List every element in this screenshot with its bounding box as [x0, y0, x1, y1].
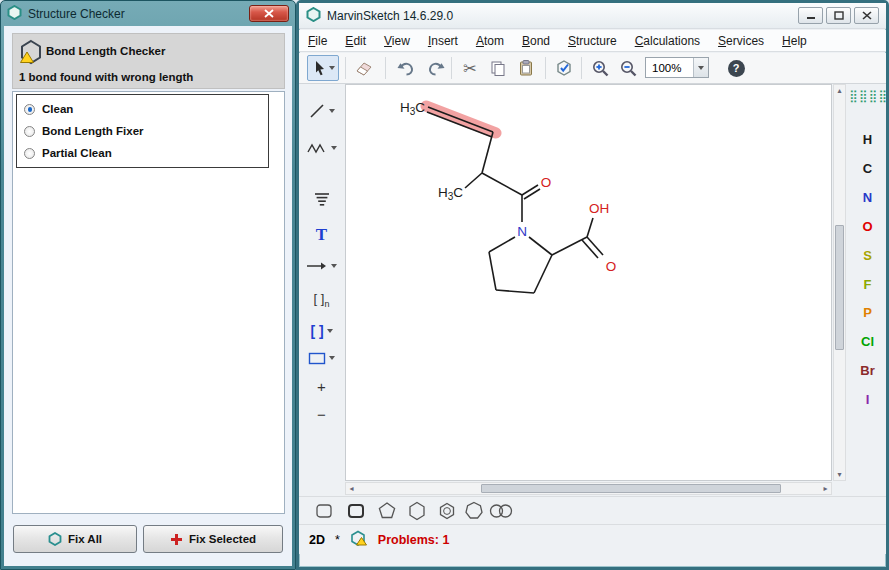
copy-icon: [489, 59, 507, 77]
atom-label-acid-o[interactable]: O: [606, 259, 617, 274]
element-button-o[interactable]: O: [849, 219, 886, 237]
horizontal-scrollbar[interactable]: ◂ ▸: [345, 482, 832, 495]
dimension-selector[interactable]: 2D: [309, 533, 325, 547]
arrow-tool[interactable]: [303, 253, 340, 279]
scroll-down-arrow[interactable]: ▾: [834, 469, 845, 480]
template-fused-rings-icon[interactable]: [488, 500, 514, 522]
dialog-body: Bond Length Checker 1 bond found with wr…: [4, 26, 292, 566]
template-cyclopentane-icon[interactable]: [343, 500, 369, 522]
menu-structure[interactable]: Structure: [559, 31, 626, 51]
atom-label-methyl-top[interactable]: H3C: [400, 100, 425, 117]
atom-label-ring-n[interactable]: N: [517, 224, 527, 239]
zoom-in-button[interactable]: [587, 55, 613, 81]
help-icon: ?: [728, 60, 745, 77]
menu-help[interactable]: Help: [773, 31, 816, 51]
element-button-cl[interactable]: Cl: [849, 334, 886, 352]
redo-button[interactable]: [423, 55, 449, 81]
dialog-buttons: Fix All Fix Selected: [13, 525, 283, 553]
problems-warning-icon[interactable]: [350, 530, 368, 549]
scroll-up-arrow[interactable]: ▴: [834, 85, 845, 96]
menu-calculations[interactable]: Calculations: [626, 31, 709, 51]
element-button-f[interactable]: F: [849, 277, 886, 295]
copy-button[interactable]: [485, 55, 511, 81]
bond-line-icon: [308, 102, 326, 120]
template-cyclobutane-icon[interactable]: [311, 500, 337, 522]
undo-button[interactable]: [393, 55, 419, 81]
radio-option-partial-clean[interactable]: Partial Clean: [24, 142, 261, 164]
fix-selected-button[interactable]: Fix Selected: [143, 525, 283, 553]
eraser-tool-button[interactable]: [351, 55, 377, 81]
dialog-close-button[interactable]: [249, 5, 289, 22]
atom-label-methyl-branch[interactable]: H3C: [438, 185, 463, 202]
cursor-icon: [312, 60, 327, 76]
menu-insert[interactable]: Insert: [419, 31, 467, 51]
chain-tool[interactable]: [303, 135, 340, 161]
menu-edit[interactable]: Edit: [336, 31, 375, 51]
zoom-dropdown-button[interactable]: [693, 58, 708, 77]
element-button-p[interactable]: P: [849, 305, 886, 323]
hashed-bond-tool[interactable]: [303, 186, 340, 212]
scroll-left-arrow[interactable]: ◂: [346, 483, 357, 494]
bracket-tool[interactable]: [ ]: [303, 318, 340, 344]
increase-charge-button[interactable]: +: [303, 373, 340, 399]
menu-bond[interactable]: Bond: [513, 31, 559, 51]
vertical-scroll-thumb[interactable]: [835, 225, 844, 350]
check-structure-button[interactable]: [551, 55, 577, 81]
chevron-down-icon: [698, 66, 704, 70]
radio-option-bond-length-fixer[interactable]: Bond Length Fixer: [24, 120, 261, 142]
minus-icon: −: [317, 406, 326, 423]
menu-atom[interactable]: Atom: [467, 31, 513, 51]
abbreviated-group-tool[interactable]: [ ]n: [303, 287, 340, 313]
molecule-structure[interactable]: H3C H3C O N OH O: [346, 85, 831, 480]
rectangle-tool[interactable]: [303, 345, 340, 371]
help-button[interactable]: ?: [723, 55, 749, 81]
element-button-h[interactable]: H: [849, 132, 886, 150]
scroll-right-arrow[interactable]: ▸: [820, 483, 831, 494]
template-benzene-icon[interactable]: [434, 500, 460, 522]
molecule-bonds[interactable]: [427, 107, 603, 293]
selection-tool-button[interactable]: [307, 55, 339, 81]
atom-label-acid-oh[interactable]: OH: [589, 201, 609, 216]
template-cyclohexane-icon[interactable]: [404, 500, 430, 522]
menu-view[interactable]: View: [375, 31, 419, 51]
template-pentagon-icon[interactable]: [374, 500, 400, 522]
minimize-button[interactable]: [798, 7, 823, 24]
arrow-icon: [306, 260, 328, 272]
text-tool[interactable]: T: [303, 222, 340, 248]
vertical-scrollbar[interactable]: ▴ ▾: [833, 84, 846, 481]
template-cycloheptane-icon[interactable]: [461, 500, 487, 522]
checker-header: Bond Length Checker 1 bond found with wr…: [12, 33, 285, 89]
main-titlebar[interactable]: MarvinSketch 14.6.29.0: [299, 3, 886, 29]
menu-services[interactable]: Services: [709, 31, 773, 51]
chevron-down-icon: [331, 146, 337, 150]
structure-checker-dialog: Structure Checker Bond Length Checker 1 …: [0, 0, 296, 570]
problems-count[interactable]: Problems: 1: [378, 533, 450, 547]
horizontal-scroll-thumb[interactable]: [481, 484, 781, 493]
periodic-table-button[interactable]: ⣿⣿⣿⣿: [849, 90, 886, 103]
sketch-canvas[interactable]: H3C H3C O N OH O: [345, 84, 832, 481]
dialog-titlebar[interactable]: Structure Checker: [1, 1, 295, 26]
maximize-button[interactable]: [826, 7, 851, 24]
atom-label-carbonyl-o[interactable]: O: [541, 175, 552, 190]
results-list[interactable]: Clean Bond Length Fixer Partial Clean: [12, 91, 285, 514]
statusbar: 2D * Problems: 1: [299, 524, 886, 554]
element-button-i[interactable]: I: [849, 392, 886, 410]
single-bond-tool[interactable]: [303, 98, 340, 124]
paste-button[interactable]: [513, 55, 539, 81]
zoom-level-select[interactable]: 100%: [645, 57, 709, 78]
close-button[interactable]: [854, 7, 879, 24]
element-button-br[interactable]: Br: [849, 363, 886, 381]
fix-all-button[interactable]: Fix All: [13, 525, 137, 553]
radio-option-clean[interactable]: Clean: [24, 98, 261, 120]
radio-label: Partial Clean: [42, 147, 112, 159]
element-button-n[interactable]: N: [849, 190, 886, 208]
cut-button[interactable]: ✂: [457, 55, 483, 81]
element-button-c[interactable]: C: [849, 161, 886, 179]
chevron-down-icon: [329, 109, 335, 113]
zoom-out-button[interactable]: [615, 55, 641, 81]
element-button-s[interactable]: S: [849, 248, 886, 266]
menu-file[interactable]: File: [299, 31, 336, 51]
modified-indicator: *: [335, 533, 340, 547]
menubar: File Edit View Insert Atom Bond Structur…: [299, 30, 886, 52]
decrease-charge-button[interactable]: −: [303, 401, 340, 427]
